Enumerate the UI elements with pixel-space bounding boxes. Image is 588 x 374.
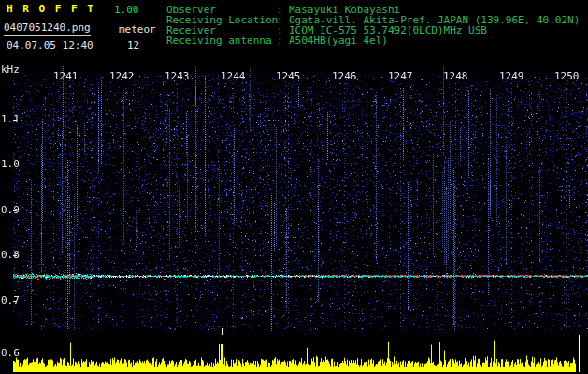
station-info-row: Receiving antenna:A504HB(yagi 4el) — [166, 36, 580, 46]
station-info: Observer:Masayuki KobayashiReceiving Loc… — [166, 5, 580, 46]
time-tick-label: 1245 — [276, 71, 301, 82]
freq-tick-label: 0.9 — [1, 205, 20, 216]
freq-axis-unit: kHz — [1, 65, 20, 76]
hrofft-window: H R O F F T 1.00 0407051240.png 04.07.05… — [0, 0, 588, 374]
info-value: A504HB(yagi 4el) — [289, 36, 388, 46]
time-tick-label: 1246 — [332, 71, 357, 82]
time-tick-label: 1243 — [165, 71, 190, 82]
time-tick-label: 1241 — [53, 71, 79, 82]
freq-tick-label: 0.7 — [1, 295, 20, 307]
info-separator: : — [277, 36, 289, 46]
freq-tick-label: 1.1 — [1, 114, 20, 125]
time-tick-label: 1244 — [221, 71, 246, 82]
time-tick-label: 1249 — [499, 71, 524, 82]
output-filename: 0407051240.png — [4, 22, 91, 36]
signal-level-canvas — [13, 335, 581, 372]
freq-tick-label: 0.8 — [1, 250, 20, 261]
meteor-count: 12 — [127, 40, 139, 51]
time-tick-label: 1250 — [554, 71, 580, 82]
info-label: Receiving antenna — [166, 36, 277, 46]
app-version: 1.00 — [114, 5, 139, 16]
app-title: H R O F F T — [7, 4, 95, 15]
observation-datetime: 04.07.05 12:40 — [7, 40, 93, 51]
time-tick-label: 1247 — [388, 71, 413, 82]
freq-label-0-6: 0.6 — [1, 348, 20, 359]
observation-mode: meteor — [119, 24, 156, 36]
time-tick-label: 1242 — [109, 71, 135, 82]
time-tick-label: 1248 — [443, 71, 468, 82]
spectrogram-canvas — [13, 65, 588, 335]
freq-tick-label: 1.0 — [1, 159, 20, 170]
